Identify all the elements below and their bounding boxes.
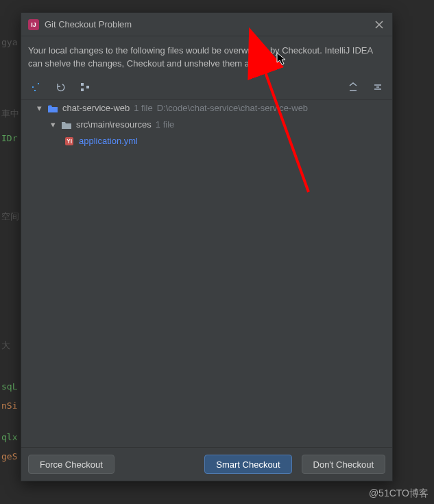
svg-rect-3 [49, 105, 51, 106]
svg-rect-2 [86, 86, 89, 88]
svg-rect-1 [81, 88, 84, 91]
collapse-all-icon[interactable] [370, 80, 385, 95]
chevron-down-icon[interactable]: ▾ [35, 103, 43, 113]
dialog-title: Git Checkout Problem [45, 19, 367, 29]
module-folder-icon [47, 104, 58, 113]
tree-file-row[interactable]: application.yml [28, 133, 385, 149]
magic-wand-icon[interactable] [28, 80, 43, 95]
dialog-toolbar [21, 75, 392, 99]
changes-tree[interactable]: ▾ chat-service-web 1 file D:\code\chat-s… [21, 99, 392, 448]
git-checkout-problem-dialog: IJ Git Checkout Problem Your local chang… [21, 12, 393, 481]
yaml-file-icon [64, 136, 75, 147]
dont-checkout-button[interactable]: Don't Checkout [302, 455, 385, 474]
tree-folder-row[interactable]: ▾ src\main\resources 1 file [28, 117, 385, 133]
group-by-icon[interactable] [77, 80, 93, 95]
smart-checkout-button[interactable]: Smart Checkout [204, 455, 291, 474]
dialog-message: Your local changes to the following file… [21, 36, 392, 75]
tree-root-name: chat-service-web [62, 103, 130, 113]
tree-root-row[interactable]: ▾ chat-service-web 1 file D:\code\chat-s… [28, 100, 385, 117]
tree-root-path: D:\code\chat-service\chat-service-web [157, 103, 308, 113]
close-icon[interactable] [373, 19, 385, 31]
folder-icon [61, 120, 72, 130]
undo-icon[interactable] [53, 80, 68, 95]
tree-folder-filecount: 1 file [156, 119, 174, 130]
dialog-titlebar[interactable]: IJ Git Checkout Problem [21, 13, 392, 36]
tree-file-name: application.yml [79, 136, 138, 146]
force-checkout-button[interactable]: Force Checkout [28, 455, 114, 474]
svg-rect-0 [81, 83, 84, 86]
watermark-text: @51CTO博客 [369, 488, 429, 500]
intellij-app-icon: IJ [28, 19, 39, 30]
tree-folder-name: src\main\resources [76, 119, 152, 130]
expand-all-icon[interactable] [346, 80, 361, 95]
dialog-buttons: Force Checkout Smart Checkout Don't Chec… [21, 448, 392, 481]
svg-rect-4 [65, 137, 73, 145]
chevron-down-icon[interactable]: ▾ [49, 119, 57, 130]
tree-root-filecount: 1 file [134, 103, 152, 113]
